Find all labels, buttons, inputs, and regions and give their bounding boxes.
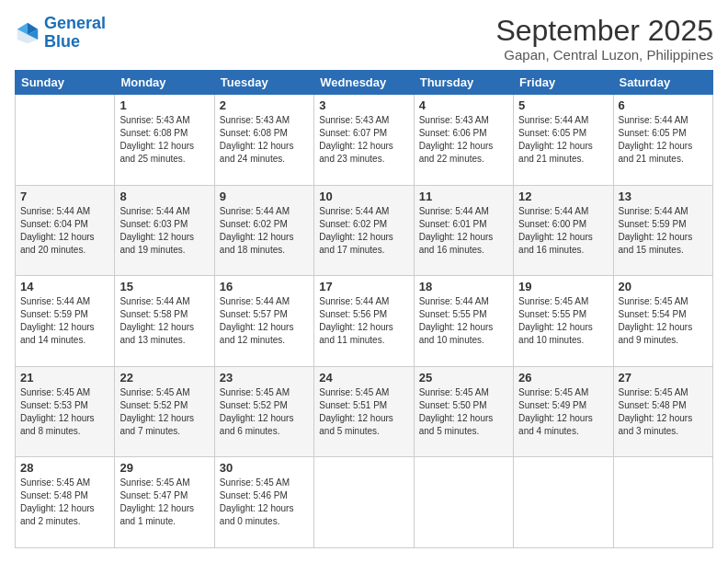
calendar-cell: 10Sunrise: 5:44 AM Sunset: 6:02 PM Dayli… [314,185,414,276]
cell-info: Sunrise: 5:45 AM Sunset: 5:52 PM Dayligh… [220,386,309,438]
calendar-cell: 16Sunrise: 5:44 AM Sunset: 5:57 PM Dayli… [214,276,313,367]
header: General Blue September 2025 Gapan, Centr… [15,15,713,63]
day-number: 12 [518,190,608,203]
calendar-cell: 12Sunrise: 5:44 AM Sunset: 6:00 PM Dayli… [514,185,613,276]
day-number: 19 [518,280,608,293]
cell-info: Sunrise: 5:43 AM Sunset: 6:08 PM Dayligh… [220,114,309,166]
day-number: 16 [220,280,309,293]
day-number: 9 [220,190,309,203]
cell-info: Sunrise: 5:45 AM Sunset: 5:46 PM Dayligh… [220,477,309,528]
cell-info: Sunrise: 5:44 AM Sunset: 5:58 PM Dayligh… [119,295,209,347]
calendar-cell: 7Sunrise: 5:44 AM Sunset: 6:04 PM Daylig… [16,185,115,276]
logo: General Blue [15,15,106,52]
day-number: 28 [20,461,109,475]
calendar-cell: 23Sunrise: 5:45 AM Sunset: 5:52 PM Dayli… [214,366,313,457]
weekday-thursday: Thursday [414,71,513,95]
day-number: 2 [220,98,309,112]
day-number: 1 [119,98,209,112]
calendar-cell: 14Sunrise: 5:44 AM Sunset: 5:59 PM Dayli… [16,276,115,367]
weekday-friday: Friday [514,71,613,95]
main-title: September 2025 [495,15,713,47]
subtitle: Gapan, Central Luzon, Philippines [495,47,713,63]
calendar-cell: 19Sunrise: 5:45 AM Sunset: 5:55 PM Dayli… [514,276,613,367]
calendar-cell: 11Sunrise: 5:44 AM Sunset: 6:01 PM Dayli… [414,185,513,276]
cell-info: Sunrise: 5:45 AM Sunset: 5:47 PM Dayligh… [119,477,209,528]
cell-info: Sunrise: 5:44 AM Sunset: 5:55 PM Dayligh… [419,295,508,347]
page: General Blue September 2025 Gapan, Centr… [0,0,728,563]
week-row-5: 28Sunrise: 5:45 AM Sunset: 5:48 PM Dayli… [16,457,713,548]
week-row-3: 14Sunrise: 5:44 AM Sunset: 5:59 PM Dayli… [16,276,713,367]
week-row-1: 1Sunrise: 5:43 AM Sunset: 6:08 PM Daylig… [16,95,713,186]
day-number: 5 [518,98,608,112]
calendar-cell: 1Sunrise: 5:43 AM Sunset: 6:08 PM Daylig… [115,95,214,186]
calendar-header: SundayMondayTuesdayWednesdayThursdayFrid… [16,71,713,95]
cell-info: Sunrise: 5:44 AM Sunset: 5:57 PM Dayligh… [220,295,309,347]
day-number: 29 [119,461,209,475]
title-block: September 2025 Gapan, Central Luzon, Phi… [495,15,713,63]
cell-info: Sunrise: 5:44 AM Sunset: 6:02 PM Dayligh… [319,205,408,257]
cell-info: Sunrise: 5:43 AM Sunset: 6:06 PM Dayligh… [419,114,508,166]
cell-info: Sunrise: 5:44 AM Sunset: 6:02 PM Dayligh… [220,205,309,257]
calendar-cell: 20Sunrise: 5:45 AM Sunset: 5:54 PM Dayli… [613,276,712,367]
cell-info: Sunrise: 5:45 AM Sunset: 5:48 PM Dayligh… [20,477,109,528]
calendar-cell [514,457,613,548]
calendar-cell: 30Sunrise: 5:45 AM Sunset: 5:46 PM Dayli… [214,457,313,548]
logo-line2: Blue [44,32,80,51]
calendar-cell: 25Sunrise: 5:45 AM Sunset: 5:50 PM Dayli… [414,366,513,457]
cell-info: Sunrise: 5:44 AM Sunset: 5:59 PM Dayligh… [619,205,708,257]
day-number: 10 [319,190,408,203]
day-number: 20 [619,280,708,293]
calendar-cell: 27Sunrise: 5:45 AM Sunset: 5:48 PM Dayli… [613,366,712,457]
weekday-monday: Monday [115,71,214,95]
weekday-sunday: Sunday [16,71,115,95]
calendar-cell: 29Sunrise: 5:45 AM Sunset: 5:47 PM Dayli… [115,457,214,548]
weekday-header-row: SundayMondayTuesdayWednesdayThursdayFrid… [16,71,713,95]
calendar-cell: 15Sunrise: 5:44 AM Sunset: 5:58 PM Dayli… [115,276,214,367]
day-number: 4 [419,98,508,112]
cell-info: Sunrise: 5:44 AM Sunset: 6:03 PM Dayligh… [119,205,209,257]
weekday-saturday: Saturday [613,71,712,95]
day-number: 23 [220,371,309,385]
logo-icon [15,20,40,46]
calendar-table: SundayMondayTuesdayWednesdayThursdayFrid… [15,70,713,548]
day-number: 26 [518,371,608,385]
calendar-cell: 26Sunrise: 5:45 AM Sunset: 5:49 PM Dayli… [514,366,613,457]
calendar-cell: 2Sunrise: 5:43 AM Sunset: 6:08 PM Daylig… [214,95,313,186]
calendar-cell: 5Sunrise: 5:44 AM Sunset: 6:05 PM Daylig… [514,95,613,186]
calendar-cell: 22Sunrise: 5:45 AM Sunset: 5:52 PM Dayli… [115,366,214,457]
day-number: 14 [20,280,109,293]
day-number: 17 [319,280,408,293]
day-number: 15 [119,280,209,293]
calendar-cell: 28Sunrise: 5:45 AM Sunset: 5:48 PM Dayli… [16,457,115,548]
calendar-cell [613,457,712,548]
day-number: 7 [20,190,109,203]
cell-info: Sunrise: 5:45 AM Sunset: 5:55 PM Dayligh… [518,295,608,347]
cell-info: Sunrise: 5:45 AM Sunset: 5:48 PM Dayligh… [619,386,708,438]
calendar-cell: 3Sunrise: 5:43 AM Sunset: 6:07 PM Daylig… [314,95,414,186]
calendar-cell: 6Sunrise: 5:44 AM Sunset: 6:05 PM Daylig… [613,95,712,186]
cell-info: Sunrise: 5:43 AM Sunset: 6:07 PM Dayligh… [319,114,408,166]
weekday-wednesday: Wednesday [314,71,414,95]
day-number: 27 [619,371,708,385]
calendar-body: 1Sunrise: 5:43 AM Sunset: 6:08 PM Daylig… [16,95,713,548]
day-number: 22 [119,371,209,385]
calendar-cell: 21Sunrise: 5:45 AM Sunset: 5:53 PM Dayli… [16,366,115,457]
day-number: 25 [419,371,508,385]
cell-info: Sunrise: 5:44 AM Sunset: 5:56 PM Dayligh… [319,295,408,347]
day-number: 24 [319,371,408,385]
calendar-cell [16,95,115,186]
logo-text: General Blue [44,15,106,52]
week-row-4: 21Sunrise: 5:45 AM Sunset: 5:53 PM Dayli… [16,366,713,457]
day-number: 13 [619,190,708,203]
day-number: 3 [319,98,408,112]
calendar-cell: 4Sunrise: 5:43 AM Sunset: 6:06 PM Daylig… [414,95,513,186]
logo-line1: General [44,14,106,32]
calendar-cell: 8Sunrise: 5:44 AM Sunset: 6:03 PM Daylig… [115,185,214,276]
day-number: 21 [20,371,109,385]
cell-info: Sunrise: 5:43 AM Sunset: 6:08 PM Dayligh… [119,114,209,166]
day-number: 11 [419,190,508,203]
week-row-2: 7Sunrise: 5:44 AM Sunset: 6:04 PM Daylig… [16,185,713,276]
calendar-cell [314,457,414,548]
calendar-cell: 9Sunrise: 5:44 AM Sunset: 6:02 PM Daylig… [214,185,313,276]
calendar-cell: 13Sunrise: 5:44 AM Sunset: 5:59 PM Dayli… [613,185,712,276]
